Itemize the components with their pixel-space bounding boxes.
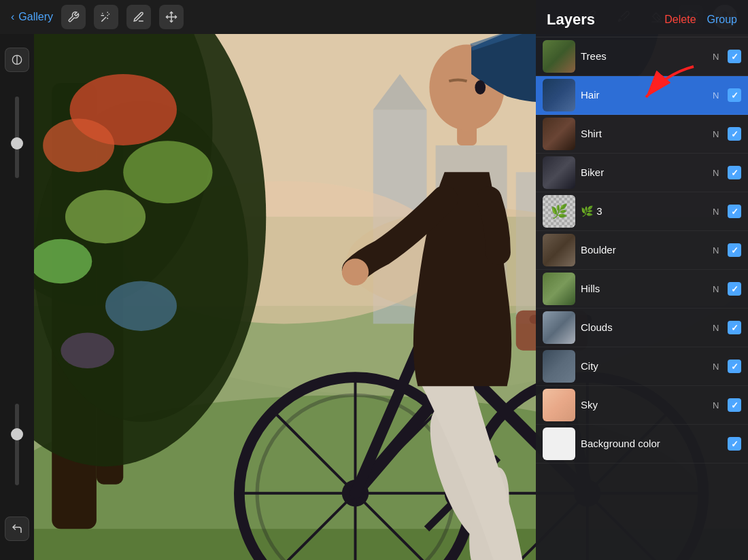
wrench-icon bbox=[67, 11, 80, 23]
arrow-button[interactable] bbox=[159, 5, 184, 29]
layer-visibility-hair[interactable] bbox=[728, 88, 741, 102]
layer-right-sky: N bbox=[713, 398, 741, 412]
toolbar-left: ‹ Gallery bbox=[11, 5, 184, 29]
gallery-label: Gallery bbox=[18, 11, 53, 23]
layer-name-shirt: Shirt bbox=[581, 128, 602, 139]
layer-thumbnail-background bbox=[543, 427, 575, 460]
layer-visibility-city[interactable] bbox=[728, 360, 741, 373]
layer-item-clouds[interactable]: CloudsN bbox=[536, 309, 748, 347]
layer-info-sky: Sky bbox=[575, 399, 713, 411]
layer-mode-trees: N bbox=[713, 52, 724, 62]
layer-thumbnail-layer3: 🌿 bbox=[543, 195, 575, 228]
layer-name-clouds: Clouds bbox=[581, 321, 613, 333]
svg-point-59 bbox=[342, 259, 369, 285]
layer-item-boulder[interactable]: BoulderN bbox=[536, 231, 748, 270]
layer-name-biker: Biker bbox=[581, 167, 604, 178]
layer-info-hair: Hair bbox=[575, 89, 713, 101]
brush-opacity-slider[interactable] bbox=[15, 404, 19, 485]
layer-right-layer3: N bbox=[713, 205, 741, 218]
layer-right-boulder: N bbox=[713, 243, 741, 257]
layer-mode-sky: N bbox=[713, 400, 724, 410]
layer-right-clouds: N bbox=[713, 321, 741, 334]
layer-item-sky[interactable]: SkyN bbox=[536, 386, 748, 425]
opacity-icon bbox=[12, 54, 22, 65]
layer-right-hills: N bbox=[713, 282, 741, 296]
svg-point-24 bbox=[43, 119, 114, 173]
layer-item-hills[interactable]: HillsN bbox=[536, 270, 748, 309]
layer-visibility-background[interactable] bbox=[728, 437, 741, 451]
layer-visibility-hills[interactable] bbox=[728, 282, 741, 296]
layer-mode-clouds: N bbox=[713, 323, 724, 333]
layer-thumbnail-shirt bbox=[543, 118, 575, 150]
brush-size-slider[interactable] bbox=[15, 97, 19, 178]
layer-mode-hills: N bbox=[713, 284, 724, 294]
layer-right-hair: N bbox=[713, 88, 741, 102]
layer-thumbnail-clouds bbox=[543, 311, 575, 344]
svg-point-25 bbox=[123, 141, 212, 203]
layer-thumbnail-hair bbox=[543, 79, 575, 111]
undo-icon bbox=[11, 523, 23, 535]
undo-button[interactable] bbox=[5, 517, 29, 541]
layer-mode-shirt: N bbox=[713, 129, 724, 139]
layer-right-background bbox=[728, 437, 741, 451]
layer-item-biker[interactable]: BikerN bbox=[536, 154, 748, 192]
layer-right-trees: N bbox=[713, 50, 741, 63]
layer-item-background[interactable]: Background color bbox=[536, 425, 748, 463]
layer-name-background: Background color bbox=[581, 438, 660, 449]
svg-point-26 bbox=[65, 190, 146, 244]
layer-mode-boulder: N bbox=[713, 245, 724, 256]
layer-info-boulder: Boulder bbox=[575, 244, 713, 256]
wand-button[interactable] bbox=[94, 5, 118, 29]
layer-name-layer3: 🌿 3 bbox=[581, 205, 602, 217]
wand-icon bbox=[100, 11, 112, 23]
layers-header: Layers Delete Group bbox=[536, 0, 748, 37]
svg-point-29 bbox=[61, 333, 114, 369]
layer-mode-layer3: N bbox=[713, 207, 724, 217]
svg-point-62 bbox=[475, 80, 486, 94]
layer-thumbnail-biker bbox=[543, 156, 575, 189]
layer-info-trees: Trees bbox=[575, 50, 713, 63]
layer-visibility-layer3[interactable] bbox=[728, 205, 741, 218]
layer-info-background: Background color bbox=[575, 438, 728, 450]
layer-thumbnail-city bbox=[543, 350, 575, 383]
layer-mode-biker: N bbox=[713, 168, 724, 178]
layer-right-city: N bbox=[713, 360, 741, 373]
layer-info-city: City bbox=[575, 360, 713, 372]
layer-info-hills: Hills bbox=[575, 283, 713, 295]
layer-visibility-biker[interactable] bbox=[728, 166, 741, 179]
layer-name-sky: Sky bbox=[581, 399, 598, 410]
layer-item-trees[interactable]: TreesN bbox=[536, 37, 748, 76]
left-sidebar bbox=[0, 34, 34, 560]
layers-panel: Layers Delete Group TreesNHairNShirtNBik… bbox=[536, 0, 748, 560]
wrench-button[interactable] bbox=[61, 5, 86, 29]
layer-name-hills: Hills bbox=[581, 283, 600, 294]
layer-thumbnail-trees bbox=[543, 40, 575, 73]
layer-visibility-shirt[interactable] bbox=[728, 127, 741, 141]
layers-group-button[interactable]: Group bbox=[707, 14, 737, 26]
sidebar-opacity-control[interactable] bbox=[5, 48, 29, 72]
layer-name-trees: Trees bbox=[581, 50, 607, 62]
layer-item-city[interactable]: CityN bbox=[536, 347, 748, 386]
layer-right-shirt: N bbox=[713, 127, 741, 141]
layers-delete-button[interactable]: Delete bbox=[664, 14, 696, 26]
layer-visibility-boulder[interactable] bbox=[728, 243, 741, 257]
gallery-button[interactable]: ‹ Gallery bbox=[11, 11, 53, 23]
chevron-left-icon: ‹ bbox=[11, 11, 14, 23]
layer-visibility-clouds[interactable] bbox=[728, 321, 741, 334]
layer-info-clouds: Clouds bbox=[575, 321, 713, 334]
layer-info-biker: Biker bbox=[575, 167, 713, 179]
layers-list: TreesNHairNShirtNBikerN🌿🌿 3NBoulderNHill… bbox=[536, 37, 748, 560]
sketch-button[interactable] bbox=[126, 5, 151, 29]
svg-point-28 bbox=[105, 281, 177, 331]
layer-item-layer3[interactable]: 🌿🌿 3N bbox=[536, 192, 748, 231]
layer-mode-city: N bbox=[713, 362, 724, 372]
layers-title: Layers bbox=[547, 11, 664, 29]
layer-visibility-sky[interactable] bbox=[728, 398, 741, 412]
layer-visibility-trees[interactable] bbox=[728, 50, 741, 63]
layer-item-hair[interactable]: HairN bbox=[536, 76, 748, 115]
layer-thumbnail-hills bbox=[543, 273, 575, 305]
layer-info-shirt: Shirt bbox=[575, 128, 713, 140]
layer-name-city: City bbox=[581, 360, 598, 372]
layer-thumbnail-sky bbox=[543, 389, 575, 421]
layer-item-shirt[interactable]: ShirtN bbox=[536, 115, 748, 154]
